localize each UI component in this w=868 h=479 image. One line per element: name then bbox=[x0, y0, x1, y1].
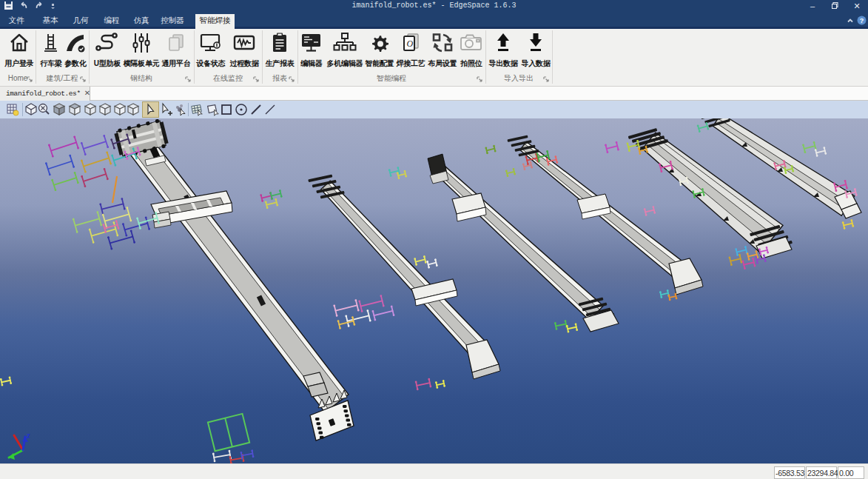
svg-text:z: z bbox=[26, 430, 30, 441]
svg-text:?: ? bbox=[860, 17, 864, 24]
svg-text:O: O bbox=[407, 38, 414, 49]
